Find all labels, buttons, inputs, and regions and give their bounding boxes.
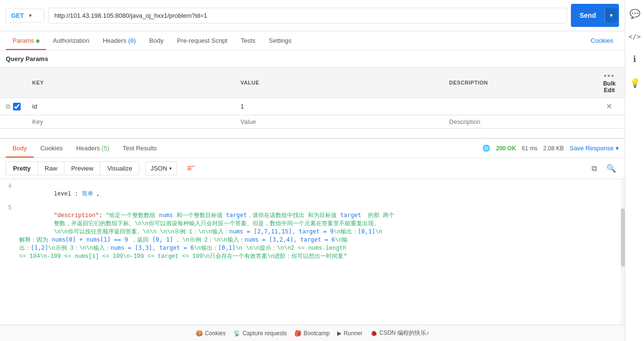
scrollbar[interactable] [621, 179, 625, 325]
code-line: 5 "description": "给定一个整数数组 nums 和一个整数目标值… [0, 205, 625, 267]
spacer [0, 129, 625, 138]
method-label: GET [11, 12, 24, 19]
tab-params[interactable]: Params [6, 31, 46, 50]
copy-button[interactable]: ⧉ [589, 162, 600, 175]
bottom-capture[interactable]: 📡 Capture requests [233, 330, 287, 337]
code-icon[interactable]: </> [626, 30, 644, 43]
bottom-runner[interactable]: ▶ Runner [337, 330, 362, 337]
line-content: level : 简单 , [19, 183, 625, 205]
new-desc-input[interactable] [449, 118, 588, 125]
params-table: KEY VALUE DESCRIPTION ••• Bulk Edit [0, 67, 625, 129]
language-chevron: ▾ [169, 166, 172, 171]
filter-icon: ⧉ [6, 103, 10, 110]
desc-input[interactable] [449, 103, 588, 110]
col-key-header: KEY [26, 68, 235, 98]
response-section: Body Cookies Headers (5) Test Results 🌐 … [0, 138, 625, 325]
csdn-icon: 🐞 [370, 330, 378, 337]
status-code: 200 OK [496, 145, 516, 152]
response-tab-test-results[interactable]: Test Results [116, 139, 164, 158]
scrollbar-thumb[interactable] [621, 208, 625, 267]
table-row-empty [0, 115, 625, 129]
status-time: 61 ms [522, 145, 538, 152]
info-icon[interactable]: ℹ [630, 51, 639, 67]
tab-body[interactable]: Body [142, 31, 170, 50]
key-input[interactable] [32, 103, 229, 110]
method-select[interactable]: GET ▾ [6, 9, 44, 23]
url-input[interactable] [48, 8, 567, 24]
row-delete-button[interactable]: ✕ [603, 101, 615, 112]
more-options-button[interactable]: ••• [604, 72, 615, 80]
hint-icon[interactable]: 💡 [627, 75, 643, 91]
search-button[interactable]: 🔍 [604, 162, 619, 175]
wrap-button[interactable]: ≡↵ [183, 161, 200, 176]
format-group: Pretty Raw Preview Visualize [6, 161, 139, 175]
cookies-link[interactable]: Cookies [585, 37, 619, 44]
language-select[interactable]: JSON ▾ [145, 161, 177, 175]
send-arrow-button[interactable]: ▾ [605, 8, 618, 23]
line-content: "description": "给定一个整数数组 nums 和一个整数目标值 t… [19, 205, 625, 267]
bootcamp-icon: 🎒 [294, 330, 302, 337]
response-tab-body[interactable]: Body [6, 139, 34, 158]
value-input[interactable] [240, 103, 438, 110]
toolbar-right: ⧉ 🔍 [589, 162, 619, 175]
format-preview-button[interactable]: Preview [64, 162, 101, 175]
col-check [0, 68, 26, 98]
tab-prerequest[interactable]: Pre-request Script [170, 31, 234, 50]
top-bar: GET ▾ Send ▾ [0, 0, 625, 31]
chat-icon[interactable]: 💬 [627, 6, 643, 22]
format-pretty-button[interactable]: Pretty [6, 162, 38, 175]
runner-icon: ▶ [337, 330, 341, 337]
query-params-section: Query Params KEY VALUE DESCRIPTION ••• [0, 50, 625, 129]
format-visualize-button[interactable]: Visualize [101, 162, 139, 175]
bottom-bar: 🍪 Cookies 📡 Capture requests 🎒 Bootcamp … [0, 325, 625, 341]
response-toolbar: Pretty Raw Preview Visualize JSON ▾ ≡↵ ⧉… [0, 158, 625, 179]
save-response-button[interactable]: Save Response ▾ [569, 145, 619, 152]
request-tabs-bar: Params Authorization Headers (6) Body Pr… [0, 31, 625, 50]
table-row: ⧉ ✕ [0, 98, 625, 115]
line-number: 4 [0, 183, 19, 205]
globe-icon: 🌐 [482, 145, 490, 152]
params-dot [36, 39, 39, 43]
line-number: 5 [0, 205, 19, 267]
tab-tests[interactable]: Tests [234, 31, 262, 50]
response-tab-headers[interactable]: Headers (5) [70, 139, 116, 158]
section-label: Query Params [0, 50, 625, 67]
method-chevron: ▾ [29, 12, 32, 19]
code-body: 4 level : 简单 , 5 "description": "给定一个整数数… [0, 179, 625, 325]
bottom-cookies[interactable]: 🍪 Cookies [196, 330, 226, 337]
response-tabs-bar: Body Cookies Headers (5) Test Results 🌐 … [0, 139, 625, 158]
send-main-button[interactable]: Send [571, 8, 605, 23]
col-value-header: VALUE [235, 68, 443, 98]
new-value-input[interactable] [240, 118, 438, 125]
bulk-edit-button[interactable]: Bulk Edit [600, 80, 619, 94]
col-desc-header: DESCRIPTION [443, 68, 594, 98]
bottom-csdn[interactable]: 🐞 CSDN 编程的快乐♪ [370, 329, 429, 337]
code-line: 4 level : 简单 , [0, 183, 625, 205]
tab-headers[interactable]: Headers (6) [96, 31, 143, 50]
right-sidebar: 💬 </> ℹ 💡 [625, 0, 644, 341]
new-key-input[interactable] [32, 118, 229, 125]
capture-icon: 📡 [233, 330, 240, 337]
save-response-chevron: ▾ [616, 145, 619, 152]
send-button[interactable]: Send ▾ [571, 4, 619, 27]
cookie-icon: 🍪 [196, 330, 203, 337]
tab-authorization[interactable]: Authorization [46, 31, 96, 50]
format-raw-button[interactable]: Raw [38, 162, 64, 175]
row-checkbox[interactable] [13, 103, 21, 110]
response-status: 🌐 200 OK 61 ms 2.08 KB Save Response ▾ [482, 145, 619, 152]
status-size: 2.08 KB [543, 145, 564, 152]
response-tab-cookies[interactable]: Cookies [34, 139, 70, 158]
tab-settings[interactable]: Settings [262, 31, 298, 50]
col-actions-header: ••• Bulk Edit [594, 68, 625, 98]
bottom-bootcamp[interactable]: 🎒 Bootcamp [294, 330, 329, 337]
